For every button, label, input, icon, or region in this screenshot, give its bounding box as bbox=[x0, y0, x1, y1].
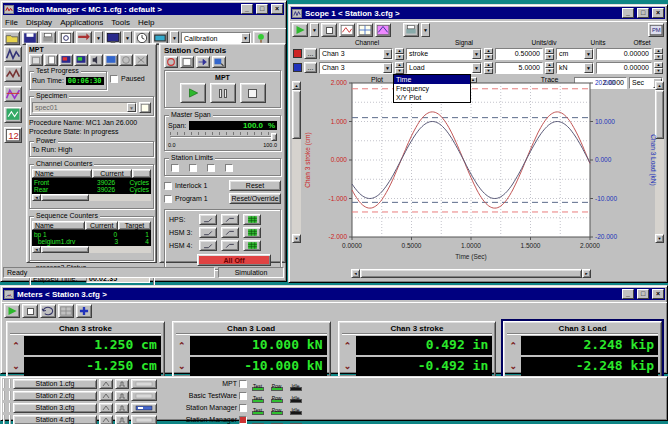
paused-checkbox[interactable] bbox=[110, 75, 118, 83]
scope-print-dropdown-icon[interactable]: ▼ bbox=[421, 23, 430, 37]
meter-4[interactable]: Chan 3 Load ⌃⌄ 2.248 kip -2.248 kip bbox=[503, 321, 662, 377]
mpt-display-icon[interactable] bbox=[74, 54, 88, 66]
channel2-channel-spinner[interactable]: ▲▼ bbox=[395, 62, 404, 74]
specimen-dropdown-icon[interactable]: ▼ bbox=[127, 103, 136, 112]
channel2-units-select[interactable]: kN▼ bbox=[556, 62, 594, 74]
chart-scroll-right-icon[interactable]: ► bbox=[582, 269, 591, 278]
station4-checkbox[interactable] bbox=[239, 416, 247, 424]
hps-high-icon[interactable] bbox=[221, 214, 239, 225]
scope-run-icon[interactable] bbox=[292, 23, 308, 37]
meters-grid-icon[interactable] bbox=[58, 304, 74, 318]
channel2-signal-spinner[interactable]: ▲▼ bbox=[484, 62, 493, 74]
channel2-more-button[interactable]: ... bbox=[304, 62, 317, 73]
channel2-units-div-spinner[interactable]: ▲▼ bbox=[545, 62, 554, 74]
scope-config-icon[interactable]: PM bbox=[648, 23, 664, 37]
channel1-more-button[interactable]: ... bbox=[304, 48, 317, 59]
channel1-offset-field[interactable]: 0.00000 bbox=[596, 48, 652, 60]
counters-icon[interactable]: 12 bbox=[4, 127, 22, 143]
sc-scroll-left-icon[interactable]: ◄ bbox=[32, 246, 41, 253]
channel1-signal-select[interactable]: stroke▼ bbox=[406, 48, 482, 60]
sc-header-current[interactable]: Current bbox=[85, 221, 118, 230]
station3-ramp-icon[interactable] bbox=[99, 403, 113, 413]
hsm3-high-icon[interactable] bbox=[221, 227, 239, 238]
meter-2[interactable]: Chan 3 Load ⌃⌄ 10.000 kN -10.000 kN bbox=[172, 321, 331, 377]
station3-app-icon[interactable] bbox=[131, 403, 157, 413]
cc-scroll-thumb[interactable] bbox=[41, 194, 89, 201]
station-manager-titlebar[interactable]: Station Manager < MC 1.cfg : default > _… bbox=[3, 3, 284, 15]
interlock-reset-button[interactable]: Reset bbox=[229, 180, 281, 191]
row3-grip-handle[interactable] bbox=[3, 403, 11, 412]
station3-checkbox[interactable] bbox=[239, 404, 247, 412]
station1-app-icon[interactable] bbox=[131, 379, 157, 389]
chart-hscrollbar[interactable]: ◄ ► bbox=[351, 269, 591, 278]
meter-3[interactable]: Chan 3 stroke ⌃⌄ 0.492 in -0.492 in bbox=[338, 321, 497, 377]
station4-config-button[interactable]: Station 4.cfg bbox=[13, 415, 97, 424]
channel1-offset-spinner[interactable]: ▲▼ bbox=[654, 48, 663, 60]
stop-button[interactable] bbox=[240, 83, 266, 103]
channel1-units-div-field[interactable]: 0.50000 bbox=[495, 48, 543, 60]
station4-pulse-icon[interactable] bbox=[115, 415, 129, 424]
specimen-edit-icon[interactable] bbox=[139, 102, 151, 113]
row2-grip-handle[interactable] bbox=[3, 391, 11, 400]
scope-minimize-button[interactable]: _ bbox=[622, 8, 634, 18]
station1-config-button[interactable]: Station 1.cfg bbox=[13, 379, 97, 389]
hsm4-high-icon[interactable] bbox=[221, 240, 239, 251]
channel1-channel-spinner[interactable]: ▲▼ bbox=[395, 48, 404, 60]
mpt-display-red-icon[interactable] bbox=[59, 54, 73, 66]
menu-tools[interactable]: Tools bbox=[111, 18, 130, 27]
minimize-button[interactable]: _ bbox=[241, 4, 253, 14]
meter-1[interactable]: Chan 3 stroke ⌃⌄ 1.250 cm -1.250 cm bbox=[6, 321, 165, 377]
panel-display-icon[interactable] bbox=[180, 56, 194, 68]
meters-add-icon[interactable] bbox=[76, 304, 92, 318]
mpt-stop-disabled-icon[interactable] bbox=[134, 54, 148, 66]
chart-left-scroll-down-icon[interactable]: ▼ bbox=[292, 234, 301, 243]
channel2-channel-select[interactable]: Chan 3▼ bbox=[319, 62, 393, 74]
close-button[interactable]: × bbox=[271, 4, 283, 14]
hsm4-on-icon[interactable] bbox=[243, 240, 261, 251]
channel1-signal-spinner[interactable]: ▲▼ bbox=[484, 48, 493, 60]
table-row[interactable]: bp 1 0 1 bbox=[34, 231, 149, 238]
scope-export-icon[interactable] bbox=[375, 23, 391, 37]
scope-close-button[interactable]: × bbox=[652, 8, 664, 18]
hps-on-icon[interactable] bbox=[243, 214, 261, 225]
channel2-offset-field[interactable]: 0.00000 bbox=[596, 62, 652, 74]
menu-display[interactable]: Display bbox=[26, 18, 52, 27]
calibration-dropdown-icon[interactable]: ▼ bbox=[241, 33, 250, 43]
station1-pulse-icon[interactable] bbox=[115, 379, 129, 389]
chart-left-scroll-thumb[interactable] bbox=[292, 90, 301, 139]
sc-hscrollbar[interactable]: ◄ bbox=[32, 246, 151, 253]
scope-run-dropdown-icon[interactable]: ▼ bbox=[310, 23, 319, 37]
station2-app-icon[interactable] bbox=[131, 391, 157, 401]
data-display-icon[interactable] bbox=[4, 107, 22, 123]
menu-applications[interactable]: Applications bbox=[60, 18, 103, 27]
scope-stop-icon[interactable] bbox=[321, 23, 337, 37]
channel2-offset-spinner[interactable]: ▲▼ bbox=[654, 62, 663, 74]
hps-low-icon[interactable] bbox=[199, 214, 217, 225]
plot-mode-option-time[interactable]: Time bbox=[394, 75, 470, 84]
settings-monitor-icon[interactable] bbox=[212, 56, 226, 68]
mpt-open-icon[interactable] bbox=[29, 54, 43, 66]
station2-checkbox[interactable] bbox=[239, 392, 247, 400]
menu-help[interactable]: Help bbox=[138, 18, 154, 27]
run-button[interactable] bbox=[180, 83, 206, 103]
span-slider-thumb[interactable] bbox=[271, 133, 277, 141]
cc-header-units[interactable] bbox=[132, 169, 151, 178]
chart-left-vscrollbar[interactable]: ▲ ▼ bbox=[292, 81, 301, 243]
meters-reset-icon[interactable] bbox=[40, 304, 56, 318]
menu-file[interactable]: File bbox=[5, 18, 18, 27]
io-icon[interactable] bbox=[196, 56, 210, 68]
channel2-units-div-field[interactable]: 5.0000 bbox=[495, 62, 543, 74]
station3-config-button[interactable]: Station 3.cfg bbox=[13, 403, 97, 413]
cc-scroll-left-icon[interactable]: ◄ bbox=[32, 194, 41, 201]
mpt-new-icon[interactable] bbox=[44, 54, 58, 66]
station2-pulse-icon[interactable] bbox=[115, 391, 129, 401]
cc-header-current[interactable]: Current bbox=[92, 169, 133, 178]
channel1-units-div-spinner[interactable]: ▲▼ bbox=[545, 48, 554, 60]
meters-run-icon[interactable] bbox=[4, 304, 20, 318]
hold-button[interactable] bbox=[210, 83, 236, 103]
meters-maximize-button[interactable]: □ bbox=[637, 289, 649, 299]
reset-all-icon[interactable] bbox=[164, 56, 178, 68]
meters-minimize-button[interactable]: _ bbox=[622, 289, 634, 299]
station1-checkbox[interactable] bbox=[239, 380, 247, 388]
plot-mode-option-frequency[interactable]: Frequency bbox=[394, 84, 470, 93]
